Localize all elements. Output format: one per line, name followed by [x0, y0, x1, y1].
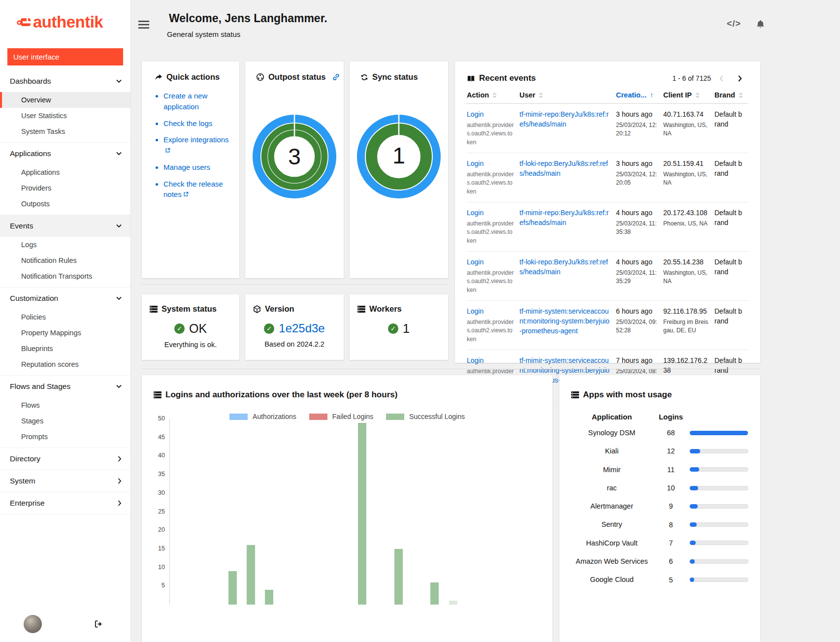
event-action-link[interactable]: Login	[467, 110, 484, 118]
event-action-link[interactable]: Login	[467, 307, 484, 315]
app-usage-bar-fill	[690, 578, 694, 582]
app-login-count: 68	[652, 429, 689, 437]
sort-icon[interactable]	[492, 92, 497, 98]
event-client-ip: 20.172.43.108	[663, 208, 710, 218]
app-usage-row: Kiali 12	[571, 446, 748, 456]
event-user-link[interactable]: tf-mimir-repo:BeryJu/k8s:ref:refs/heads/…	[519, 209, 609, 226]
release-notes-link[interactable]: Check the release notes	[163, 180, 223, 199]
event-brand: Default brand	[714, 159, 748, 196]
manage-users-link[interactable]: Manage users	[163, 163, 210, 171]
event-client-ip: 139.162.176.238	[663, 356, 710, 376]
event-table-row: Login authentik.providers.oauth2.views.t…	[467, 104, 748, 153]
event-geo: Washington, US, NA	[663, 121, 710, 138]
pagination-top: 1 - 6 of 7125	[672, 72, 748, 84]
successful-logins-bar	[430, 582, 439, 605]
app-usage-row: Google Cloud 5	[571, 575, 748, 584]
nav-group-head-flows-stages[interactable]: Flows and Stages	[0, 376, 130, 397]
link-icon[interactable]	[332, 73, 340, 81]
event-action-link[interactable]: Login	[467, 209, 484, 217]
pagination-next-icon[interactable]	[732, 72, 748, 84]
card-title: Logins and authorizations over the last …	[165, 390, 397, 400]
app-name: Alertmanager	[571, 501, 652, 511]
version-link[interactable]: 1e25d3e	[279, 321, 324, 335]
user-interface-button[interactable]: User interface	[7, 48, 123, 65]
nav-group-head-customization[interactable]: Customization	[0, 288, 130, 309]
chevron-right-icon	[118, 478, 122, 484]
app-usage-row: HashiCorp Vault 7	[571, 538, 748, 548]
sidebar-item-providers[interactable]: Providers	[0, 180, 130, 196]
column-header-brand[interactable]: Brand	[714, 91, 748, 99]
sync-icon	[360, 73, 368, 81]
column-header-creation-date[interactable]: Creatio...↑	[616, 91, 663, 99]
event-user-link[interactable]: tf-mimir-repo:BeryJu/k8s:ref:refs/heads/…	[519, 110, 609, 128]
app-usage-row: Sentry 8	[571, 519, 748, 529]
sidebar-item-stages[interactable]: Stages	[0, 413, 130, 429]
sidebar-item-property-mappings[interactable]: Property Mappings	[0, 325, 130, 341]
authentik-logo-icon	[17, 16, 32, 29]
sidebar-item-notification-transports[interactable]: Notification Transports	[0, 268, 130, 284]
app-usage-bar-fill	[690, 486, 698, 490]
api-code-icon[interactable]: </>	[727, 19, 741, 29]
check-logs-link[interactable]: Check the logs	[163, 119, 212, 128]
nav-group-head-enterprise[interactable]: Enterprise	[0, 492, 130, 514]
create-application-link[interactable]: Create a new application	[163, 92, 207, 111]
explore-integrations-link[interactable]: Explore integrations	[163, 135, 229, 144]
event-geo: Phoenix, US, NA	[663, 220, 710, 228]
logout-icon[interactable]	[94, 620, 103, 628]
card-title: Workers	[369, 304, 402, 314]
sidebar-item-outposts[interactable]: Outposts	[0, 196, 130, 212]
event-time-relative: 7 hours ago	[616, 356, 658, 366]
event-table-row: Login authentik.providers.oauth2.views.t…	[467, 301, 748, 350]
hamburger-menu-icon[interactable]	[138, 20, 149, 29]
sidebar-item-reputation-scores[interactable]: Reputation scores	[0, 356, 130, 372]
sidebar-item-blueprints[interactable]: Blueprints	[0, 341, 130, 356]
app-login-count: 5	[652, 576, 689, 584]
nav-group-head-applications[interactable]: Applications	[0, 143, 130, 164]
sidebar-item-overview[interactable]: Overview	[0, 92, 130, 108]
event-user-link[interactable]: tf-loki-repo:BeryJu/k8s:ref:refs/heads/m…	[519, 258, 608, 276]
app-usage-bar-track	[689, 486, 748, 490]
nav-group-head-directory[interactable]: Directory	[0, 448, 130, 470]
event-time-relative: 6 hours ago	[616, 307, 658, 317]
event-action-link[interactable]: Login	[467, 160, 484, 167]
nav-group-head-events[interactable]: Events	[0, 215, 130, 237]
sidebar-item-flows[interactable]: Flows	[0, 397, 130, 413]
logo-wordmark: authentik	[33, 13, 103, 32]
logins-chart-card: Logins and authorizations over the last …	[142, 375, 552, 642]
sidebar-item-applications[interactable]: Applications	[0, 164, 130, 180]
sidebar-item-notification-rules[interactable]: Notification Rules	[0, 253, 130, 268]
nav-group-head-system[interactable]: System	[0, 470, 130, 492]
event-action-link[interactable]: Login	[467, 356, 484, 364]
app-usage-bar-track	[689, 504, 748, 509]
sidebar-item-prompts[interactable]: Prompts	[0, 429, 130, 445]
sort-icon[interactable]	[539, 92, 543, 98]
sidebar-item-user-statistics[interactable]: User Statistics	[0, 108, 130, 124]
list-item: Explore integrations	[163, 134, 231, 156]
check-circle-icon: ✓	[174, 323, 185, 334]
column-header-user[interactable]: User	[519, 91, 616, 99]
events-table: Action User Creatio...↑ Client IP Brand …	[467, 91, 748, 401]
sidebar-item-logs[interactable]: Logs	[0, 237, 130, 253]
notifications-bell-icon[interactable]	[756, 19, 765, 29]
chevron-right-icon	[118, 456, 122, 462]
event-action-link[interactable]: Login	[467, 258, 484, 266]
main-area: Welcome, Jens Langhammer. General system…	[131, 0, 840, 642]
sidebar-item-policies[interactable]: Policies	[0, 309, 130, 325]
authentik-logo[interactable]: authentik	[0, 0, 130, 42]
sort-icon[interactable]	[739, 92, 743, 98]
pagination-prev-icon[interactable]	[713, 72, 730, 84]
event-user-link[interactable]: tf-loki-repo:BeryJu/k8s:ref:refs/heads/m…	[519, 160, 608, 177]
event-time-absolute: 25/03/2024, 09:52:28	[616, 318, 658, 335]
column-header-action[interactable]: Action	[467, 91, 519, 99]
sync-status-card: Sync status 1	[350, 62, 448, 278]
nav-group-head-dashboards[interactable]: Dashboards	[0, 70, 130, 92]
chevron-down-icon	[116, 152, 122, 156]
app-usage-bar-track	[689, 541, 748, 545]
column-header-client-ip[interactable]: Client IP	[663, 91, 714, 99]
event-table-row: Login authentik.providers.oauth2.views.t…	[467, 202, 748, 252]
sort-icon[interactable]	[695, 92, 700, 98]
user-avatar[interactable]	[24, 615, 42, 633]
successful-logins-bar	[247, 545, 255, 605]
sidebar-item-system-tasks[interactable]: System Tasks	[0, 124, 130, 139]
event-user-link[interactable]: tf-mimir-system:serviceaccount:monitorin…	[519, 307, 610, 335]
